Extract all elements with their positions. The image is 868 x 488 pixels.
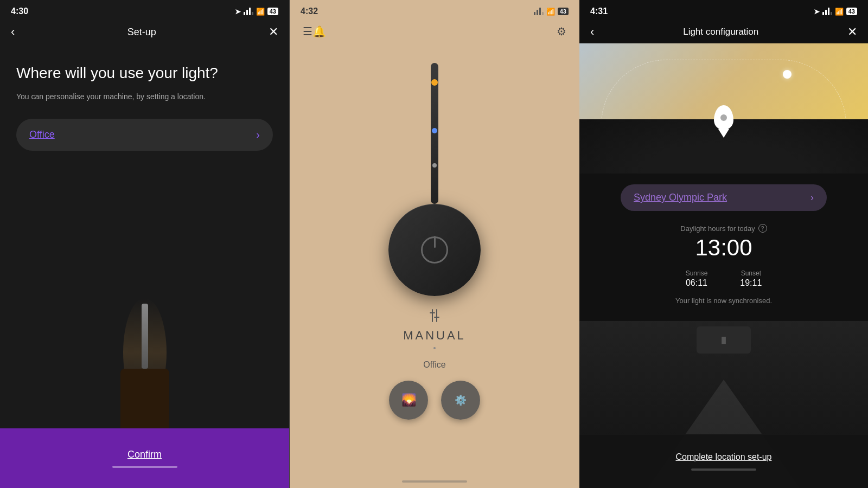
chevron-right-icon-1: › bbox=[256, 129, 260, 141]
adjust-icon bbox=[432, 309, 437, 322]
nav-title-1: Set-up bbox=[127, 27, 156, 38]
power-button[interactable] bbox=[388, 204, 481, 296]
home-bar-2 bbox=[402, 480, 467, 483]
location-pin bbox=[714, 105, 733, 130]
settings-icon-2[interactable]: ⚙ bbox=[557, 25, 566, 38]
sunrise-value: 06:11 bbox=[686, 278, 708, 288]
sunset-item: Sunset 19:11 bbox=[740, 269, 762, 288]
help-icon[interactable]: ? bbox=[758, 224, 767, 233]
light-device-preview: ▐▌ bbox=[697, 326, 751, 354]
main-heading-1: Where will you use your light? bbox=[16, 64, 273, 82]
location-pill-chevron: › bbox=[810, 192, 814, 203]
slider-dot-dim bbox=[432, 163, 437, 168]
bottom-controls: 🌄 ⚙️ bbox=[389, 370, 480, 436]
sunrise-item: Sunrise 06:11 bbox=[686, 269, 708, 288]
power-button-wrap bbox=[388, 204, 481, 296]
adjust-bar-1 bbox=[432, 309, 433, 322]
status-icons-2: 📶 43 bbox=[534, 8, 569, 16]
location-button-1[interactable]: Office › bbox=[16, 119, 273, 151]
scene-button[interactable]: 🌄 bbox=[389, 381, 428, 420]
pin-inner bbox=[720, 114, 727, 121]
sun-dot bbox=[783, 70, 792, 79]
close-icon-3[interactable]: ✕ bbox=[847, 25, 857, 39]
wifi-icon-2: 📶 bbox=[546, 8, 555, 16]
screen-setup: 4:30 ➤ 📶 43 ‹ Set-up ✕ Where will you us… bbox=[0, 0, 290, 488]
close-icon-1[interactable]: ✕ bbox=[269, 25, 278, 39]
battery-1: 43 bbox=[267, 8, 278, 15]
location-pill-3[interactable]: Sydney Olympic Park › bbox=[621, 184, 827, 211]
daylight-time: 13:00 bbox=[596, 235, 852, 261]
signal-icon-2 bbox=[534, 8, 544, 15]
back-icon-1[interactable]: ‹ bbox=[11, 25, 15, 39]
dot-settings-icon: ⚙️ bbox=[455, 394, 467, 406]
time-2: 4:32 bbox=[301, 7, 318, 16]
signal-icon-1 bbox=[244, 8, 253, 15]
complete-button[interactable]: Complete location set-up bbox=[676, 452, 772, 462]
location-pill-label: Sydney Olympic Park bbox=[634, 192, 727, 203]
time-1: 4:30 bbox=[11, 7, 28, 16]
help-icon-text: ? bbox=[761, 226, 764, 232]
location-label-1: Office bbox=[29, 129, 55, 140]
lamp-svg-1 bbox=[91, 249, 199, 439]
slider-bar bbox=[431, 63, 438, 204]
sub-text-1: You can personalise your machine, by set… bbox=[16, 91, 273, 102]
complete-bar: Complete location set-up bbox=[579, 434, 868, 488]
lamp-neck bbox=[142, 304, 148, 369]
dot-indicator bbox=[433, 347, 436, 349]
daylight-label-text: Daylight hours for today bbox=[680, 224, 755, 233]
back-icon-3[interactable]: ‹ bbox=[590, 25, 594, 39]
settings-button-2[interactable]: ⚙️ bbox=[441, 381, 480, 420]
menu-icon-2[interactable]: ☰ bbox=[303, 25, 312, 38]
confirm-button-1[interactable]: Confirm bbox=[127, 449, 162, 460]
battery-2: 43 bbox=[558, 8, 569, 15]
pin-body bbox=[714, 105, 733, 130]
nav-title-3: Light configuration bbox=[683, 27, 758, 37]
slider-dot-warm bbox=[431, 79, 438, 86]
battery-3: 43 bbox=[846, 8, 857, 15]
device-label: ▐▌ bbox=[719, 337, 728, 343]
mode-label: MANUAL bbox=[403, 329, 466, 343]
home-indicator-1 bbox=[112, 466, 177, 468]
wifi-icon-3: 📶 bbox=[835, 8, 844, 16]
status-icons-3: ➤ 📶 43 bbox=[814, 8, 857, 16]
sunset-label: Sunset bbox=[740, 269, 762, 277]
location-arrow-icon-3: ➤ bbox=[814, 8, 820, 16]
time-3: 4:31 bbox=[590, 7, 608, 16]
screen-light-config: 4:31 ➤ 📶 43 ‹ Light configuration ✕ bbox=[579, 0, 868, 488]
navbar-3: ‹ Light configuration ✕ bbox=[579, 21, 868, 43]
screen-main: 4:32 📶 43 ☰ 🔔 ⚙ bbox=[290, 0, 579, 488]
sunrise-label: Sunrise bbox=[686, 269, 708, 277]
signal-icon-3 bbox=[822, 8, 832, 15]
lamp-image-1 bbox=[0, 228, 289, 445]
navbar-2: ☰ 🔔 ⚙ bbox=[290, 21, 579, 47]
status-bar-2: 4:32 📶 43 bbox=[290, 0, 579, 21]
bell-icon-2[interactable]: 🔔 bbox=[312, 25, 326, 38]
daylight-section: Daylight hours for today ? 13:00 Sunrise… bbox=[579, 211, 868, 321]
home-indicator-2 bbox=[290, 480, 579, 488]
status-bar-1: 4:30 ➤ 📶 43 bbox=[0, 0, 289, 21]
office-label-2: Office bbox=[423, 360, 446, 370]
adjust-bar-2 bbox=[436, 309, 437, 322]
location-arrow-icon-1: ➤ bbox=[235, 8, 241, 16]
navbar-1: ‹ Set-up ✕ bbox=[0, 21, 289, 48]
daylight-label: Daylight hours for today ? bbox=[596, 224, 852, 233]
sync-text: Your light is now synchronised. bbox=[596, 297, 852, 305]
scene-icon: 🌄 bbox=[401, 393, 416, 407]
power-icon bbox=[421, 236, 448, 264]
wifi-icon-1: 📶 bbox=[256, 8, 265, 16]
home-indicator-3 bbox=[691, 468, 756, 471]
slider-dot-cool bbox=[432, 128, 437, 133]
sun-times: Sunrise 06:11 Sunset 19:11 bbox=[596, 269, 852, 288]
sunset-value: 19:11 bbox=[740, 278, 762, 288]
manual-label-area: MANUAL bbox=[403, 309, 466, 349]
status-icons-1: ➤ 📶 43 bbox=[235, 8, 278, 16]
status-bar-3: 4:31 ➤ 📶 43 bbox=[579, 0, 868, 21]
confirm-bar-1: Confirm bbox=[0, 428, 289, 488]
lamp-control-area: MANUAL Office 🌄 ⚙️ bbox=[290, 47, 579, 480]
brightness-slider[interactable] bbox=[418, 57, 451, 209]
sky-visual bbox=[579, 43, 868, 174]
